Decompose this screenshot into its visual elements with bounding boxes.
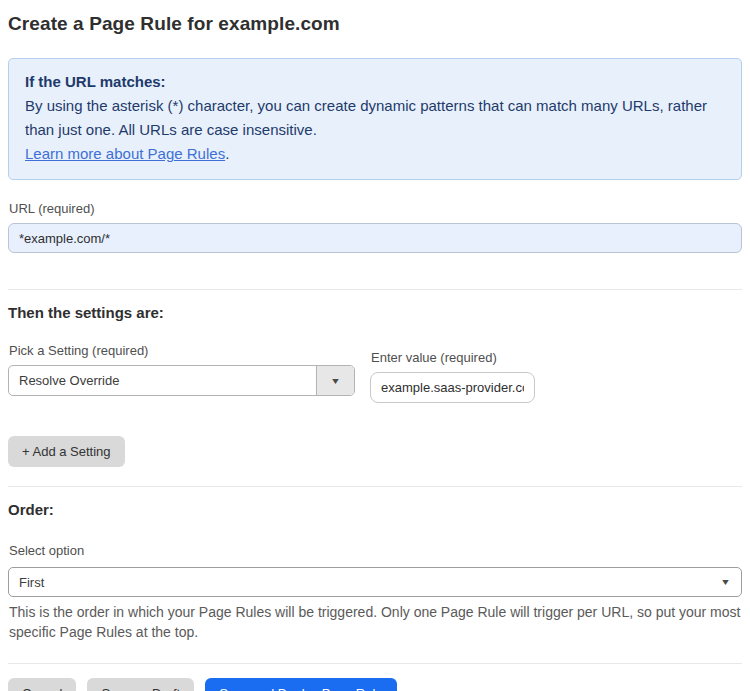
setting-value-column: Enter value (required) <box>370 350 535 403</box>
setting-picker-selected-value: Resolve Override <box>9 366 316 395</box>
add-setting-button[interactable]: + Add a Setting <box>8 436 125 467</box>
chevron-down-icon: ▼ <box>330 376 341 386</box>
order-selected-value: First <box>19 575 44 590</box>
setting-picker-dropdown[interactable]: Resolve Override ▼ <box>8 365 355 396</box>
settings-section-heading: Then the settings are: <box>8 304 742 321</box>
page-title: Create a Page Rule for example.com <box>8 13 742 35</box>
learn-more-link[interactable]: Learn more about Page Rules <box>25 145 225 162</box>
url-match-info-box: If the URL matches: By using the asteris… <box>8 58 742 180</box>
setting-picker-arrow-button[interactable]: ▼ <box>316 366 354 395</box>
section-divider <box>8 289 742 290</box>
chevron-down-icon: ▼ <box>720 577 731 587</box>
settings-row: Pick a Setting (required) Resolve Overri… <box>8 343 742 403</box>
footer-buttons: Cancel Save as Draft Save and Deploy Pag… <box>8 678 742 691</box>
order-section-heading: Order: <box>8 501 742 518</box>
order-select-label: Select option <box>9 543 742 558</box>
setting-picker-label: Pick a Setting (required) <box>9 343 355 358</box>
cancel-button[interactable]: Cancel <box>8 678 76 691</box>
create-page-rule-panel: Create a Page Rule for example.com If th… <box>0 0 750 691</box>
setting-value-input[interactable] <box>370 372 535 403</box>
save-as-draft-button[interactable]: Save as Draft <box>87 678 194 691</box>
setting-value-label: Enter value (required) <box>371 350 535 365</box>
info-box-body: By using the asterisk (*) character, you… <box>25 94 725 142</box>
save-and-deploy-button[interactable]: Save and Deploy Page Rule <box>205 678 396 691</box>
setting-picker-column: Pick a Setting (required) Resolve Overri… <box>8 343 355 396</box>
order-help-text: This is the order in which your Page Rul… <box>9 602 741 642</box>
url-field-label: URL (required) <box>9 201 742 216</box>
info-box-heading: If the URL matches: <box>25 70 725 94</box>
link-period: . <box>225 145 229 162</box>
footer-divider <box>8 663 742 664</box>
url-input[interactable] <box>8 223 742 253</box>
info-box-link-line: Learn more about Page Rules. <box>25 142 725 166</box>
order-select[interactable]: First ▼ <box>8 567 742 597</box>
section-divider <box>8 486 742 487</box>
